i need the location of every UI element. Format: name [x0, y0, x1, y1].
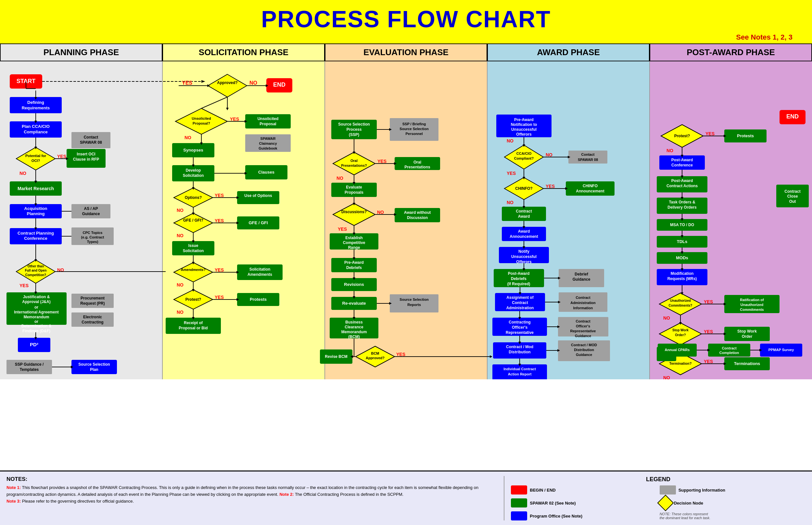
svg-text:or: or: [34, 319, 38, 324]
legend-grid: BEGIN / END Supporting Information SPAWA…: [511, 485, 806, 521]
svg-text:AS / AP: AS / AP: [84, 206, 98, 211]
title-bar: PROCESS FLOW CHART See Notes 1, 2, 3: [0, 0, 812, 44]
svg-text:Evaluate: Evaluate: [346, 185, 362, 190]
svg-text:Conference: Conference: [24, 236, 47, 241]
legend-item-program: Program Office (See Note): [511, 511, 657, 521]
svg-text:Presentations?: Presentations?: [341, 164, 367, 167]
svg-text:NO: NO: [667, 148, 673, 153]
svg-text:Solicitation: Solicitation: [249, 267, 271, 272]
note2-text: The Official Contracting Process is defi…: [295, 492, 403, 497]
svg-text:NO: NO: [336, 176, 343, 181]
svg-text:Stop Work: Stop Work: [737, 329, 757, 333]
svg-text:Reports: Reports: [407, 303, 421, 306]
legend-begin-icon: [511, 485, 527, 495]
svg-text:(SSP): (SSP): [349, 132, 359, 137]
svg-text:Source Selection: Source Selection: [400, 298, 429, 301]
note1-label: Note 1:: [6, 485, 21, 490]
svg-text:NO: NO: [177, 233, 184, 238]
svg-text:Justification &: Justification &: [23, 295, 50, 299]
svg-text:Distribution: Distribution: [509, 350, 531, 354]
svg-text:SPAWAR 08: SPAWAR 08: [80, 140, 102, 145]
svg-text:Close: Close: [787, 194, 798, 198]
svg-text:NO: NO: [249, 80, 257, 86]
svg-text:Compliance: Compliance: [24, 130, 48, 134]
svg-text:Acquisition: Acquisition: [24, 206, 47, 211]
note1-text: This flowchart provides a snapshot of th…: [6, 485, 478, 497]
notes-title: NOTES:: [6, 476, 497, 482]
svg-text:YES: YES: [215, 193, 224, 198]
svg-text:YES: YES: [507, 171, 516, 176]
svg-text:Unauthorized: Unauthorized: [670, 299, 691, 302]
svg-text:MSA TO / DO: MSA TO / DO: [670, 223, 694, 227]
svg-text:YES: YES: [338, 226, 347, 232]
svg-text:Approved?: Approved?: [217, 80, 237, 85]
svg-text:Individual Contract: Individual Contract: [504, 367, 536, 371]
notes-content: Note 1: This flowchart provides a snapsh…: [6, 484, 497, 505]
svg-text:Revisions: Revisions: [344, 282, 364, 287]
bottom-section: NOTES: Note 1: This flowchart provides a…: [0, 470, 812, 525]
svg-text:GFE / GFI: GFE / GFI: [248, 220, 267, 225]
legend-begin-label: BEGIN / END: [530, 488, 555, 493]
svg-text:END: END: [273, 81, 286, 88]
svg-text:Proposal?: Proposal?: [193, 121, 210, 125]
svg-text:CPC Topics: CPC Topics: [83, 231, 103, 235]
svg-text:Award: Award: [518, 214, 530, 219]
svg-text:Templates: Templates: [20, 367, 39, 372]
svg-text:Representative: Representative: [506, 330, 534, 335]
svg-text:Other than: Other than: [28, 265, 44, 268]
legend-decision-label: Decision Node: [674, 501, 703, 506]
svg-text:Contact: Contact: [581, 152, 595, 156]
svg-text:Protest?: Protest?: [186, 297, 201, 302]
note2-label: Note 2:: [279, 492, 294, 497]
svg-text:Insert OCI: Insert OCI: [77, 152, 95, 156]
svg-text:Unsuccessful: Unsuccessful: [511, 254, 537, 259]
svg-text:Delivery Orders: Delivery Orders: [667, 205, 697, 210]
svg-text:Contract: Contract: [722, 346, 737, 350]
svg-text:NO: NO: [177, 282, 184, 287]
legend-program-icon: [511, 511, 527, 521]
svg-text:Contract: Contract: [516, 209, 532, 213]
svg-text:Amendments: Amendments: [247, 272, 272, 277]
svg-text:Debriefs: Debriefs: [511, 276, 526, 281]
svg-text:YES: YES: [230, 117, 239, 122]
svg-text:Personnel: Personnel: [405, 132, 423, 136]
svg-text:Guidance: Guidance: [576, 353, 592, 357]
svg-text:Approved?: Approved?: [366, 356, 385, 360]
note3-label: Note 3:: [6, 499, 21, 504]
svg-text:Electronic: Electronic: [83, 315, 102, 319]
svg-text:Receipt of: Receipt of: [184, 320, 203, 325]
svg-text:YES: YES: [704, 329, 713, 334]
svg-text:CHINFO?: CHINFO?: [515, 186, 532, 191]
svg-text:Notify: Notify: [518, 249, 530, 254]
subtitle: See Notes 1, 2, 3: [0, 33, 812, 42]
legend-support-label: Supporting Information: [679, 488, 725, 493]
svg-text:Order: Order: [742, 334, 753, 339]
svg-text:Approval (J&A): Approval (J&A): [22, 300, 50, 304]
svg-text:PPMAP Survey: PPMAP Survey: [768, 348, 795, 352]
svg-text:Pre-Award: Pre-Award: [514, 118, 534, 122]
svg-text:NO: NO: [546, 152, 552, 158]
legend-item-spawar: SPAWAR 02 (See Note): [511, 498, 657, 508]
main-container: PROCESS FLOW CHART See Notes 1, 2, 3 PLA…: [0, 0, 812, 525]
svg-text:Modification: Modification: [671, 271, 694, 276]
legend-item-support: Supporting Information: [660, 485, 806, 495]
svg-text:GFE / GFI?: GFE / GFI?: [183, 218, 203, 223]
svg-text:Contract: Contract: [784, 189, 800, 194]
svg-text:Debriefs: Debriefs: [346, 266, 362, 270]
svg-text:YES: YES: [546, 184, 555, 189]
svg-text:Procurement: Procurement: [81, 296, 105, 300]
svg-text:Contract / Mod: Contract / Mod: [506, 345, 533, 349]
svg-text:YES: YES: [704, 359, 713, 364]
svg-text:Commitments?: Commitments?: [669, 304, 693, 307]
note3-text: Please refer to the governing directives…: [22, 499, 134, 504]
svg-text:Market Research: Market Research: [17, 186, 54, 191]
svg-text:Solicitation: Solicitation: [183, 173, 204, 178]
svg-text:Guidance: Guidance: [572, 277, 591, 282]
svg-text:Terminations: Terminations: [734, 361, 760, 366]
svg-text:Contract Actions: Contract Actions: [667, 184, 698, 188]
phase-headers: PLANNING PHASE SOLICITATION PHASE EVALUA…: [0, 44, 812, 61]
svg-text:Distribution: Distribution: [574, 348, 594, 352]
svg-text:Plan: Plan: [90, 367, 98, 372]
svg-text:SPAWAR 08: SPAWAR 08: [578, 158, 598, 162]
svg-text:Presentations: Presentations: [404, 165, 430, 169]
